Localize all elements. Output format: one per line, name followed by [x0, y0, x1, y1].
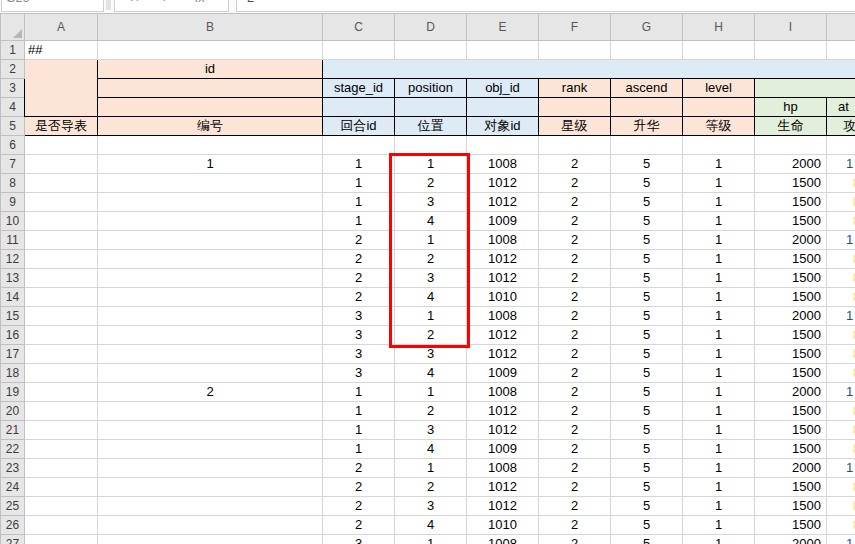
- cell[interactable]: [539, 41, 611, 60]
- cell[interactable]: [98, 516, 323, 535]
- cell[interactable]: 1: [683, 345, 755, 364]
- cell[interactable]: 1500: [755, 269, 827, 288]
- formula-input[interactable]: 2: [236, 0, 855, 12]
- row-header[interactable]: 1: [1, 41, 25, 60]
- cell[interactable]: 1: [683, 155, 755, 174]
- cell-cn-level[interactable]: 等级: [683, 117, 755, 136]
- cell[interactable]: [25, 478, 98, 497]
- row-header[interactable]: 7: [1, 155, 25, 174]
- cell[interactable]: [25, 155, 98, 174]
- cell[interactable]: 1: [323, 402, 395, 421]
- cell[interactable]: 1500: [755, 421, 827, 440]
- cell-cn-star[interactable]: 星级: [539, 117, 611, 136]
- cell[interactable]: 5: [611, 383, 683, 402]
- row-header[interactable]: 25: [1, 497, 25, 516]
- cell-stage-id[interactable]: stage_id: [323, 79, 395, 98]
- cell[interactable]: 2: [539, 345, 611, 364]
- cell-cn-export[interactable]: 是否导表: [25, 117, 98, 136]
- cell[interactable]: 1012: [467, 174, 539, 193]
- cell-E4[interactable]: [467, 98, 539, 117]
- cell[interactable]: 1500: [755, 174, 827, 193]
- cell[interactable]: [395, 41, 467, 60]
- cell[interactable]: 1: [683, 459, 755, 478]
- cell[interactable]: 1: [683, 478, 755, 497]
- cell[interactable]: 2: [539, 402, 611, 421]
- cell[interactable]: 1012: [467, 497, 539, 516]
- cell[interactable]: [25, 193, 98, 212]
- cell[interactable]: 1: [395, 383, 467, 402]
- row-header[interactable]: 20: [1, 402, 25, 421]
- cell[interactable]: 2: [539, 478, 611, 497]
- cell[interactable]: 2: [539, 516, 611, 535]
- cell[interactable]: 1: [683, 269, 755, 288]
- cell-H4[interactable]: [683, 98, 755, 117]
- cell[interactable]: 1: [827, 307, 855, 326]
- cell[interactable]: 3: [395, 497, 467, 516]
- column-header-H[interactable]: H: [683, 14, 755, 41]
- cell-F4[interactable]: [539, 98, 611, 117]
- cell[interactable]: [755, 136, 827, 155]
- cell[interactable]: 3: [323, 326, 395, 345]
- cell[interactable]: 3: [395, 421, 467, 440]
- cell[interactable]: 2: [539, 231, 611, 250]
- cell[interactable]: 1: [395, 459, 467, 478]
- cell[interactable]: [25, 421, 98, 440]
- cell[interactable]: [25, 307, 98, 326]
- cell[interactable]: 2: [323, 269, 395, 288]
- cell[interactable]: 1: [683, 497, 755, 516]
- row-header[interactable]: 12: [1, 250, 25, 269]
- cell[interactable]: 1012: [467, 269, 539, 288]
- column-header-F[interactable]: F: [539, 14, 611, 41]
- cell-C2-merged-band[interactable]: [323, 60, 855, 79]
- cell[interactable]: 2000: [755, 155, 827, 174]
- cell[interactable]: 4: [395, 440, 467, 459]
- cell[interactable]: 2: [539, 288, 611, 307]
- cell[interactable]: [611, 41, 683, 60]
- cell[interactable]: 1: [683, 250, 755, 269]
- cell[interactable]: 1012: [467, 193, 539, 212]
- row-header[interactable]: 16: [1, 326, 25, 345]
- cell[interactable]: 8: [827, 497, 855, 516]
- cell[interactable]: 2: [323, 459, 395, 478]
- cell[interactable]: 5: [611, 459, 683, 478]
- cell[interactable]: [323, 136, 395, 155]
- cell[interactable]: 1: [323, 212, 395, 231]
- cell[interactable]: [25, 174, 98, 193]
- cell[interactable]: 1500: [755, 345, 827, 364]
- select-all-corner[interactable]: [1, 14, 25, 41]
- cell[interactable]: 5: [611, 421, 683, 440]
- cell[interactable]: 3: [323, 345, 395, 364]
- cell[interactable]: [755, 41, 827, 60]
- cell[interactable]: [25, 535, 98, 544]
- cell[interactable]: 1500: [755, 326, 827, 345]
- cell[interactable]: 1: [395, 231, 467, 250]
- row-header[interactable]: 24: [1, 478, 25, 497]
- cell[interactable]: 1: [683, 440, 755, 459]
- cell[interactable]: 5: [611, 478, 683, 497]
- cell[interactable]: 1500: [755, 212, 827, 231]
- cell-A1[interactable]: ##: [25, 41, 98, 60]
- cell[interactable]: [98, 231, 323, 250]
- cell[interactable]: 2000: [755, 383, 827, 402]
- cell[interactable]: 1500: [755, 250, 827, 269]
- cell[interactable]: 1: [395, 307, 467, 326]
- cell[interactable]: 8: [827, 212, 855, 231]
- name-box[interactable]: C29: [1, 0, 104, 12]
- cell[interactable]: [25, 440, 98, 459]
- row-header[interactable]: 13: [1, 269, 25, 288]
- cell[interactable]: [467, 136, 539, 155]
- cell[interactable]: 5: [611, 212, 683, 231]
- cell[interactable]: 5: [611, 402, 683, 421]
- cell[interactable]: 5: [611, 497, 683, 516]
- cell-D4[interactable]: [395, 98, 467, 117]
- cell[interactable]: 1: [683, 421, 755, 440]
- cell[interactable]: 5: [611, 288, 683, 307]
- cell[interactable]: 2: [323, 288, 395, 307]
- cell[interactable]: 2000: [755, 231, 827, 250]
- cell[interactable]: [25, 326, 98, 345]
- cell[interactable]: 1: [683, 383, 755, 402]
- cell[interactable]: 1008: [467, 231, 539, 250]
- cell[interactable]: [98, 497, 323, 516]
- cell-cn-hp[interactable]: 生命: [755, 117, 827, 136]
- cell[interactable]: 5: [611, 516, 683, 535]
